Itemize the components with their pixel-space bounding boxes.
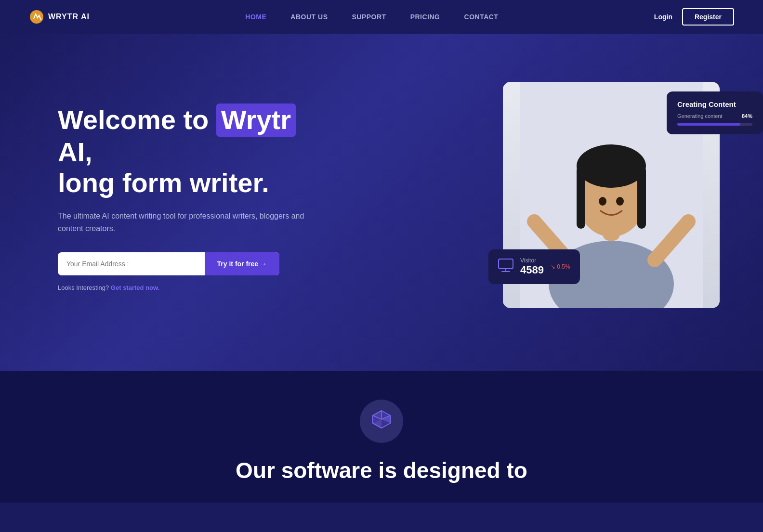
hero-subtext: Looks Interesting? Get started now.: [58, 284, 323, 291]
logo-icon: [29, 9, 44, 25]
email-form: Try it for free →: [58, 252, 279, 275]
svg-point-5: [577, 144, 646, 188]
nav-item-pricing[interactable]: PRICING: [410, 13, 440, 21]
nav-link-about[interactable]: ABOUT US: [290, 13, 328, 21]
try-free-button[interactable]: Try it for free →: [205, 252, 279, 275]
try-free-label: Try it for free →: [217, 260, 267, 268]
brand-name: WRYTR AI: [48, 13, 90, 21]
hero-section: Welcome to Wrytr AI, long form writer. T…: [0, 34, 763, 371]
hero-title-suffix: AI,: [58, 137, 92, 167]
generating-label: Generating content: [677, 113, 723, 119]
nav-links: HOME ABOUT US SUPPORT PRICING CONTACT: [245, 13, 498, 21]
svg-point-10: [599, 197, 606, 206]
hero-right: Creating Content Generating content 84% …: [503, 82, 734, 313]
visitor-count: 4589: [520, 264, 544, 276]
hero-title-line2: long form writer.: [58, 168, 269, 198]
email-input[interactable]: [58, 252, 205, 275]
nav-item-home[interactable]: HOME: [245, 13, 266, 21]
svg-rect-12: [499, 259, 513, 269]
navbar: WRYTR AI HOME ABOUT US SUPPORT PRICING C…: [0, 0, 763, 34]
visitor-trend: ↘ 0.5%: [551, 263, 570, 270]
svg-rect-6: [577, 166, 585, 229]
creating-content-card: Creating Content Generating content 84%: [667, 91, 763, 134]
nav-link-home[interactable]: HOME: [245, 13, 266, 21]
register-button[interactable]: Register: [682, 8, 734, 26]
nav-actions: Login Register: [654, 8, 734, 26]
hero-description: The ultimate AI content writing tool for…: [58, 210, 323, 234]
feature-icon-circle: [360, 400, 403, 443]
svg-rect-7: [637, 166, 646, 229]
nav-link-contact[interactable]: CONTACT: [464, 13, 499, 21]
login-button[interactable]: Login: [654, 13, 672, 21]
hero-content: Welcome to Wrytr AI, long form writer. T…: [58, 104, 323, 291]
visitor-card: Visitor 4589 ↘ 0.5%: [488, 249, 580, 284]
hero-title: Welcome to Wrytr AI, long form writer.: [58, 104, 323, 198]
bottom-section: Our software is designed to: [0, 371, 763, 503]
get-started-link[interactable]: Get started now.: [111, 284, 159, 291]
visitor-label: Visitor: [520, 257, 544, 264]
nav-item-contact[interactable]: CONTACT: [464, 13, 499, 21]
progress-bar-background: [677, 123, 752, 126]
bottom-title: Our software is designed to: [236, 457, 527, 483]
visitor-info: Visitor 4589: [520, 257, 544, 276]
nav-link-support[interactable]: SUPPORT: [352, 13, 386, 21]
hero-subtext-prefix: Looks Interesting?: [58, 284, 109, 291]
hero-title-highlight: Wrytr: [216, 104, 296, 136]
cube-icon: [371, 409, 392, 434]
creating-card-title: Creating Content: [677, 100, 752, 108]
monitor-icon: [498, 259, 513, 275]
progress-percent: 84%: [742, 113, 752, 119]
creating-card-subtitle: Generating content 84%: [677, 113, 752, 119]
svg-point-11: [616, 197, 624, 206]
logo[interactable]: WRYTR AI: [29, 9, 90, 25]
nav-item-about[interactable]: ABOUT US: [290, 13, 328, 21]
progress-bar-fill: [677, 123, 740, 126]
nav-item-support[interactable]: SUPPORT: [352, 13, 386, 21]
hero-title-prefix: Welcome to: [58, 104, 216, 135]
nav-link-pricing[interactable]: PRICING: [410, 13, 440, 21]
